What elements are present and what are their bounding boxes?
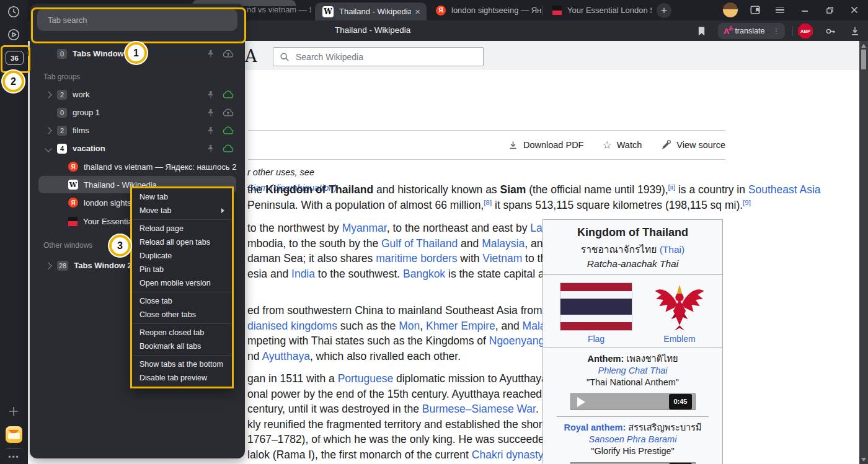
tab-thailand-wikipedia[interactable]: W Thailand - Wikipedia × — [315, 2, 427, 20]
download-pdf-button[interactable]: Download PDF — [508, 140, 584, 151]
video-play-icon[interactable] — [6, 27, 21, 42]
scrollbar-down-arrow[interactable] — [861, 458, 866, 462]
tab-london-search[interactable]: Я london sightseeing — Янд — [428, 0, 541, 20]
watch-button[interactable]: ☆ Watch — [602, 140, 642, 151]
pin-icon[interactable] — [206, 50, 215, 58]
close-tab-icon[interactable]: × — [415, 7, 420, 16]
chevron-right-icon[interactable] — [45, 127, 51, 134]
wiki-link[interactable]: [9] — [743, 199, 751, 206]
view-source-button[interactable]: View source — [660, 140, 725, 151]
page-scrollbar[interactable] — [859, 41, 868, 464]
chevron-down-icon[interactable] — [45, 145, 51, 152]
translate-options-icon[interactable]: ⋮ — [773, 27, 780, 35]
scrollbar-thumb[interactable] — [861, 50, 866, 69]
restore-window-button[interactable] — [822, 2, 837, 17]
pin-icon[interactable] — [206, 144, 215, 153]
wiki-link[interactable]: Bangkok — [403, 268, 445, 280]
tab-thailand-search-title[interactable]: nd vs vietnam — Янд — [247, 5, 311, 14]
menu-item-reload-all-open-tabs[interactable]: Reload all open tabs — [132, 235, 232, 249]
scrollbar-up-arrow[interactable] — [861, 44, 866, 48]
menu-item-bookmark-all-tabs[interactable]: Bookmark all tabs — [132, 339, 232, 353]
cloud-synced-icon[interactable] — [223, 90, 234, 99]
wiki-link[interactable]: Mon — [399, 320, 420, 332]
group-row-films[interactable]: 2 films — [30, 121, 245, 139]
wiki-link[interactable]: Ayutthaya — [262, 350, 310, 362]
thai-language-link[interactable]: (Thai) — [660, 244, 684, 255]
menu-item-move-tab[interactable]: Move tab — [132, 204, 232, 217]
cloud-upload-icon[interactable] — [223, 108, 234, 117]
downloads-icon[interactable] — [847, 23, 863, 39]
minimize-window-button[interactable] — [797, 2, 812, 17]
cloud-synced-icon[interactable] — [223, 144, 234, 153]
menu-item-close-other-tabs[interactable]: Close other tabs — [132, 308, 232, 322]
menu-item-new-tab[interactable]: New tab — [132, 190, 232, 204]
side-panels-icon[interactable] — [748, 2, 763, 17]
infobox-title: Kingdom of Thailand — [547, 225, 719, 240]
menu-item-open-mobile-version[interactable]: Open mobile version — [132, 276, 232, 290]
group-row-group1[interactable]: 0 group 1 — [30, 103, 245, 121]
adblock-plus-icon[interactable]: ABP — [798, 24, 813, 38]
wiki-link[interactable]: India — [291, 268, 315, 280]
wiki-link[interactable]: [ii] — [668, 183, 676, 191]
flag-link[interactable]: Flag — [588, 334, 604, 344]
text-line: century, until it was destroyed in the B… — [247, 401, 589, 417]
wiki-link[interactable]: Southeast Asia — [748, 183, 821, 196]
wiki-link[interactable]: Ngoenyang — [489, 335, 545, 347]
translate-button[interactable]: Aあ translate ⋮ — [718, 23, 785, 39]
new-tab-button[interactable]: + — [657, 3, 671, 18]
menu-hamburger-icon[interactable] — [773, 2, 787, 17]
group-row-vacation[interactable]: 4 vacation — [30, 139, 245, 157]
menu-item-duplicate[interactable]: Duplicate — [132, 249, 232, 263]
pin-icon[interactable] — [206, 126, 215, 135]
wiki-link[interactable]: Vietnam — [482, 252, 522, 265]
wiki-link[interactable]: maritime borders — [376, 252, 457, 265]
pin-icon[interactable] — [206, 90, 215, 99]
history-clock-icon[interactable] — [6, 4, 21, 19]
menu-item-reopen-closed-tab[interactable]: Reopen closed tab — [132, 326, 232, 339]
chevron-right-icon[interactable] — [45, 262, 51, 269]
menu-item-disable-tab-preview[interactable]: Disable tab preview — [132, 371, 232, 385]
wiki-link[interactable]: Malaysia — [482, 237, 525, 250]
text-line: mpeting with Thai states such as the Kin… — [247, 333, 583, 349]
wikipedia-search-input[interactable] — [294, 51, 483, 63]
thailand-flag-image[interactable] — [560, 282, 632, 331]
cloud-upload-icon[interactable] — [223, 49, 234, 58]
article-actions-bar: Download PDF ☆ Watch View source — [248, 130, 725, 160]
wiki-link[interactable]: Gulf of Thailand — [381, 237, 458, 250]
wiki-link[interactable]: Myanmar — [342, 222, 387, 234]
tab-search-input[interactable] — [46, 15, 237, 25]
menu-item-close-tab[interactable]: Close tab — [132, 294, 232, 308]
wiki-link[interactable]: Khmer Empire — [426, 320, 495, 332]
menu-item-show-tabs-at-the-bottom[interactable]: Show tabs at the bottom — [132, 357, 232, 371]
profile-avatar[interactable] — [723, 2, 738, 17]
wiki-link[interactable]: Chakri dynasty — [472, 449, 542, 461]
bookmark-icon[interactable] — [693, 23, 709, 39]
wiki-link[interactable]: Portuguese — [338, 372, 394, 385]
pin-icon[interactable] — [206, 108, 215, 117]
garuda-emblem-image[interactable] — [653, 282, 706, 331]
wiki-link[interactable]: Burmese–Siamese War — [422, 403, 536, 415]
tab-counter-button[interactable]: 36 — [6, 51, 24, 65]
play-icon[interactable] — [577, 397, 585, 407]
close-window-button[interactable] — [847, 2, 862, 17]
add-panel-icon[interactable] — [6, 404, 21, 419]
menu-item-pin-tab[interactable]: Pin tab — [132, 263, 232, 276]
wiki-link[interactable]: dianised kingdoms — [247, 320, 337, 332]
sidebar-more-icon[interactable]: ••• — [0, 453, 28, 462]
panel-tab-thailand-search[interactable]: Я thailand vs vietnam — Яндекс: нашлось … — [38, 158, 236, 175]
menu-item-reload-page[interactable]: Reload page — [132, 222, 232, 235]
tab-search-field[interactable] — [37, 9, 237, 31]
wiki-link[interactable]: [8] — [484, 199, 492, 206]
wikipedia-search-box[interactable] — [273, 47, 484, 66]
royal-anthem-label-link[interactable]: Royal anthem: — [564, 422, 626, 432]
tab-london-sightseeing[interactable]: Your Essential London Sig — [545, 0, 652, 20]
anthem-translit-link[interactable]: Phleng Chat Thai — [547, 365, 719, 377]
yandex-mail-icon[interactable] — [6, 426, 22, 443]
group-row-work[interactable]: 2 work — [30, 85, 245, 103]
text-span: , to the northeast and east by — [387, 222, 531, 234]
cloud-synced-icon[interactable] — [223, 126, 234, 135]
royal-anthem-translit-link[interactable]: Sansoen Phra Barami — [547, 434, 719, 445]
emblem-link[interactable]: Emblem — [663, 334, 695, 344]
chevron-right-icon[interactable] — [45, 91, 51, 98]
password-manager-icon[interactable] — [822, 23, 838, 39]
